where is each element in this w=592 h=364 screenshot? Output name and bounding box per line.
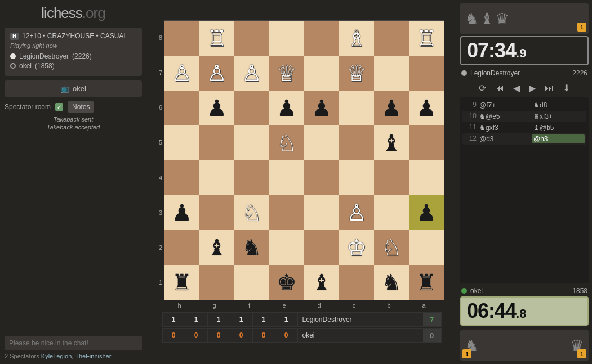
chat-input[interactable] — [5, 336, 142, 350]
cell-c8[interactable]: ♗ — [339, 21, 374, 56]
cell-b8[interactable] — [374, 21, 409, 56]
cell-e6[interactable]: ♟ — [269, 91, 304, 125]
cell-f8[interactable] — [234, 21, 269, 56]
spectator-row: Spectator room Notes — [5, 101, 142, 113]
download-button[interactable]: ⬇ — [560, 81, 573, 95]
cell-h2[interactable] — [164, 230, 199, 265]
move-white-10[interactable]: ♞@e5 — [478, 112, 531, 121]
cell-f3[interactable]: ♘ — [234, 195, 269, 230]
captured-pieces-top: ♞ ♝ ♛ 1 — [460, 3, 589, 34]
cell-d1[interactable]: ♝ — [304, 265, 339, 300]
cell-b5[interactable]: ♝ — [374, 125, 409, 160]
black-dot — [10, 63, 16, 69]
spectator-checkbox[interactable] — [55, 103, 63, 111]
moves-panel[interactable]: 9@f7+♞d810♞@e5♛xf3+11♞gxf3♝@b512@d3@h3 — [460, 97, 589, 283]
cell-b3[interactable] — [374, 195, 409, 230]
cell-e2[interactable] — [269, 230, 304, 265]
cell-d3[interactable] — [304, 195, 339, 230]
cell-h6[interactable] — [164, 91, 199, 125]
file-label-h: h — [162, 302, 197, 309]
top-player-rating: (2226) — [72, 52, 92, 60]
score-row-2: 000000 okei 0 — [162, 328, 442, 343]
cell-c1[interactable] — [339, 265, 374, 300]
move-black-12[interactable]: @h3 — [532, 134, 585, 143]
cell-f7[interactable]: ♙ — [234, 56, 269, 91]
cell-h7[interactable]: ♙ — [164, 56, 199, 91]
move-black-11[interactable]: ♝@b5 — [532, 123, 585, 132]
cell-e3[interactable] — [269, 195, 304, 230]
cell-b1[interactable]: ♞ — [374, 265, 409, 300]
cell-g2[interactable]: ♝ — [199, 230, 234, 265]
tv-button[interactable]: 📺 okei — [5, 80, 142, 97]
cell-g7[interactable]: ♙ — [199, 56, 234, 91]
cell-b2[interactable]: ♘ — [374, 230, 409, 265]
timer-top-decimal: .9 — [516, 46, 526, 61]
cell-d6[interactable]: ♟ — [304, 91, 339, 125]
cell-e1[interactable]: ♚ — [269, 265, 304, 300]
cell-a5[interactable] — [409, 125, 444, 160]
score-box-3: 1 — [230, 313, 253, 326]
bottom-player-rating: (1858) — [35, 62, 55, 70]
cell-d4[interactable] — [304, 160, 339, 195]
piece-g6: ♟ — [207, 97, 227, 119]
cell-f2[interactable]: ♞ — [234, 230, 269, 265]
cell-g4[interactable] — [199, 160, 234, 195]
cell-a4[interactable] — [409, 160, 444, 195]
move-white-12[interactable]: @d3 — [478, 134, 531, 143]
move-white-9[interactable]: @f7+ — [478, 101, 531, 110]
cell-e4[interactable] — [269, 160, 304, 195]
cell-b7[interactable] — [374, 56, 409, 91]
move-num-12: 12 — [464, 134, 477, 143]
last-button[interactable]: ⏭ — [542, 82, 557, 95]
cell-g3[interactable] — [199, 195, 234, 230]
flip-button[interactable]: ⟳ — [476, 81, 489, 95]
cell-h3[interactable]: ♟ — [164, 195, 199, 230]
cell-e5[interactable]: ♘ — [269, 125, 304, 160]
cell-a6[interactable]: ♟ — [409, 91, 444, 125]
cell-a1[interactable]: ♜ — [409, 265, 444, 300]
cell-g6[interactable]: ♟ — [199, 91, 234, 125]
chess-board[interactable]: ♖♗♖♙♙♙♕♕♟♟♟♟♟♘♝♟♘♙♟♝♞♔♘♜♚♝♞♜ — [164, 20, 444, 300]
cell-a7[interactable] — [409, 56, 444, 91]
cell-f1[interactable] — [234, 265, 269, 300]
cell-d8[interactable] — [304, 21, 339, 56]
piece-h1: ♜ — [172, 271, 192, 294]
cell-e8[interactable] — [269, 21, 304, 56]
cell-d5[interactable] — [304, 125, 339, 160]
cell-c4[interactable] — [339, 160, 374, 195]
score-box-5: 0 — [275, 329, 298, 342]
cell-d2[interactable] — [304, 230, 339, 265]
cell-h1[interactable]: ♜ — [164, 265, 199, 300]
cell-h5[interactable] — [164, 125, 199, 160]
cell-f5[interactable] — [234, 125, 269, 160]
piece-f3: ♘ — [242, 201, 262, 224]
cell-b4[interactable] — [374, 160, 409, 195]
move-white-11[interactable]: ♞gxf3 — [478, 123, 531, 132]
cell-d7[interactable] — [304, 56, 339, 91]
cell-c5[interactable] — [339, 125, 374, 160]
cell-h4[interactable] — [164, 160, 199, 195]
cell-c2[interactable]: ♔ — [339, 230, 374, 265]
first-button[interactable]: ⏮ — [492, 82, 507, 95]
cell-h8[interactable] — [164, 21, 199, 56]
cell-a3[interactable]: ♟ — [409, 195, 444, 230]
cell-c3[interactable]: ♙ — [339, 195, 374, 230]
move-black-10[interactable]: ♛xf3+ — [532, 112, 585, 121]
next-button[interactable]: ▶ — [526, 81, 538, 95]
logo-dot-org: .org — [82, 5, 105, 21]
prev-button[interactable]: ◀ — [510, 81, 523, 95]
spectator-names[interactable]: KyleLegion, TheFinnisher — [41, 353, 112, 359]
cell-g1[interactable] — [199, 265, 234, 300]
cell-a2[interactable] — [409, 230, 444, 265]
cell-c7[interactable]: ♕ — [339, 56, 374, 91]
cell-f4[interactable] — [234, 160, 269, 195]
move-black-9[interactable]: ♞d8 — [532, 101, 585, 110]
cell-g5[interactable] — [199, 125, 234, 160]
cell-g8[interactable]: ♖ — [199, 21, 234, 56]
cell-e7[interactable]: ♕ — [269, 56, 304, 91]
notes-tab[interactable]: Notes — [68, 101, 94, 113]
cell-c6[interactable] — [339, 91, 374, 125]
cell-a8[interactable]: ♖ — [409, 21, 444, 56]
cell-f6[interactable] — [234, 91, 269, 125]
cell-b6[interactable]: ♟ — [374, 91, 409, 125]
